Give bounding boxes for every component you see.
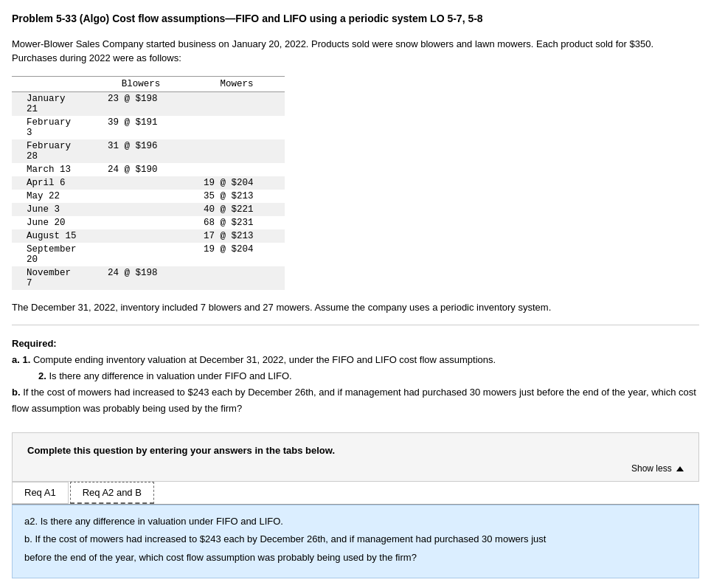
req-a-label: a. xyxy=(12,354,20,365)
tab-line1: a2. Is there any difference in valuation… xyxy=(24,514,687,530)
table-cell-blowers: 24 @ $190 xyxy=(93,163,189,176)
table-cell-mowers xyxy=(189,91,285,116)
divider1 xyxy=(12,325,699,325)
req-b-label: b. xyxy=(12,387,21,398)
col-header-blowers: Blowers xyxy=(93,76,189,91)
table-cell-blowers xyxy=(93,216,189,229)
table-cell-date: April 6 xyxy=(12,176,93,190)
table-cell-blowers: 31 @ $196 xyxy=(93,139,189,163)
table-cell-mowers: 17 @ $213 xyxy=(189,229,285,243)
table-cell-mowers: 68 @ $231 xyxy=(189,216,285,229)
show-less-arrow-icon xyxy=(676,466,684,471)
intro-text: Mower-Blower Sales Company started busin… xyxy=(12,37,699,66)
inventory-note: The December 31, 2022, inventory include… xyxy=(12,300,699,315)
table-cell-blowers xyxy=(93,229,189,243)
required-title: Required: xyxy=(12,338,57,349)
problem-title: Problem 5-33 (Algo) Cost flow assumption… xyxy=(12,12,699,27)
table-row: January 2123 @ $198 xyxy=(12,91,285,116)
table-cell-date: January 21 xyxy=(12,91,93,116)
table-cell-mowers: 19 @ $204 xyxy=(189,176,285,190)
table-row: August 1517 @ $213 xyxy=(12,229,285,243)
req-a2-text: 2. Is there any difference in valuation … xyxy=(38,370,292,381)
col-header-mowers: Mowers xyxy=(189,76,285,91)
req-a1-text: 1. Compute ending inventory valuation at… xyxy=(22,354,496,365)
table-cell-date: February 28 xyxy=(12,139,93,163)
table-cell-mowers: 35 @ $213 xyxy=(189,190,285,203)
tab-line3: before the end of the year, which cost f… xyxy=(24,550,687,566)
table-cell-date: June 20 xyxy=(12,216,93,229)
table-row: November 724 @ $198 xyxy=(12,266,285,290)
table-cell-blowers xyxy=(93,203,189,216)
table-row: April 619 @ $204 xyxy=(12,176,285,190)
table-cell-mowers xyxy=(189,139,285,163)
table-cell-mowers xyxy=(189,116,285,139)
tab-req-a1[interactable]: Req A1 xyxy=(12,482,69,504)
table-cell-blowers: 23 @ $198 xyxy=(93,91,189,116)
required-section: Required: a. 1. Compute ending inventory… xyxy=(12,336,699,417)
show-less[interactable]: Show less xyxy=(27,463,684,474)
tabs-row: Req A1 Req A2 and B xyxy=(12,482,699,505)
purchase-table: Blowers Mowers January 2123 @ $198Februa… xyxy=(12,76,285,290)
table-cell-date: March 13 xyxy=(12,163,93,176)
table-cell-blowers: 24 @ $198 xyxy=(93,266,189,290)
show-less-label[interactable]: Show less xyxy=(631,463,672,474)
table-row: September 2019 @ $204 xyxy=(12,243,285,266)
table-row: May 2235 @ $213 xyxy=(12,190,285,203)
table-cell-blowers: 39 @ $191 xyxy=(93,116,189,139)
table-row: June 2068 @ $231 xyxy=(12,216,285,229)
table-row: March 1324 @ $190 xyxy=(12,163,285,176)
table-cell-blowers xyxy=(93,176,189,190)
table-cell-mowers xyxy=(189,266,285,290)
table-cell-date: February 3 xyxy=(12,116,93,139)
tab-line2: b. If the cost of mowers had increased t… xyxy=(24,532,687,547)
table-cell-mowers xyxy=(189,163,285,176)
req-b-text: If the cost of mowers had increased to $… xyxy=(12,387,696,414)
complete-instruction: Complete this question by entering your … xyxy=(27,445,684,456)
table-row: June 340 @ $221 xyxy=(12,203,285,216)
table-row: February 339 @ $191 xyxy=(12,116,285,139)
answer-box: Complete this question by entering your … xyxy=(12,432,699,482)
table-cell-blowers xyxy=(93,190,189,203)
table-cell-mowers: 19 @ $204 xyxy=(189,243,285,266)
tab-req-a2-b[interactable]: Req A2 and B xyxy=(70,482,154,504)
table-row: February 2831 @ $196 xyxy=(12,139,285,163)
table-cell-mowers: 40 @ $221 xyxy=(189,203,285,216)
table-cell-date: June 3 xyxy=(12,203,93,216)
table-cell-date: November 7 xyxy=(12,266,93,290)
table-cell-date: August 15 xyxy=(12,229,93,243)
table-cell-date: September 20 xyxy=(12,243,93,266)
tab-content-req-a2-b: a2. Is there any difference in valuation… xyxy=(12,505,699,578)
table-cell-blowers xyxy=(93,243,189,266)
table-cell-date: May 22 xyxy=(12,190,93,203)
